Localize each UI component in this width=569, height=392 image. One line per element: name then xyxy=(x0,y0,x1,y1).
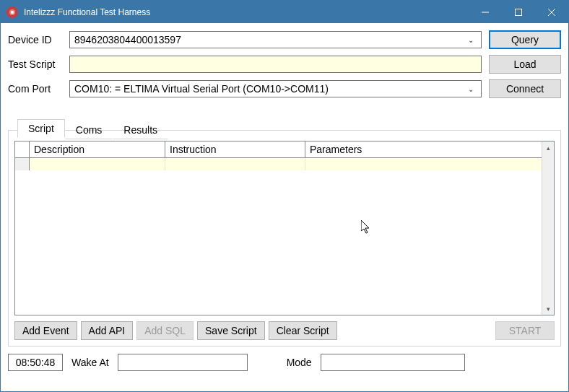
mode-label: Mode xyxy=(287,357,312,368)
svg-point-1 xyxy=(11,11,14,14)
scroll-up-icon[interactable]: ▴ xyxy=(542,141,554,154)
load-button[interactable]: Load xyxy=(489,55,561,74)
tab-coms[interactable]: Coms xyxy=(65,121,113,139)
cell-description[interactable] xyxy=(30,158,165,170)
mode-input[interactable] xyxy=(321,354,465,371)
maximize-button[interactable] xyxy=(502,1,535,23)
cell-instruction[interactable] xyxy=(165,158,305,170)
col-instruction[interactable]: Instruction xyxy=(165,141,305,157)
scroll-down-icon[interactable]: ▾ xyxy=(542,302,554,315)
clock-display: 08:50:48 xyxy=(8,354,63,371)
minimize-icon xyxy=(482,9,489,16)
maximize-icon xyxy=(515,9,522,16)
script-grid[interactable]: Description Instruction Parameters ▴ ▾ xyxy=(14,141,555,315)
com-port-combo[interactable]: COM10: = ELTIMA Virtual Serial Port (COM… xyxy=(69,80,482,97)
cell-parameters[interactable] xyxy=(305,158,554,170)
col-parameters[interactable]: Parameters xyxy=(305,141,554,157)
table-row[interactable] xyxy=(15,158,554,170)
titlebar[interactable]: Intelizzz Functional Test Harness xyxy=(1,1,568,23)
grid-corner xyxy=(15,141,30,157)
grid-header: Description Instruction Parameters xyxy=(15,141,554,158)
start-button: START xyxy=(495,321,555,340)
close-button[interactable] xyxy=(535,1,568,23)
test-script-label: Test Script xyxy=(8,58,62,70)
window-title: Intelizzz Functional Test Harness xyxy=(24,7,469,17)
device-id-label: Device ID xyxy=(8,34,62,45)
grid-body xyxy=(15,158,554,170)
col-description[interactable]: Description xyxy=(30,141,165,157)
tabs-panel: Script Coms Results Description Instruct… xyxy=(8,130,561,347)
svg-rect-3 xyxy=(516,9,522,15)
query-button[interactable]: Query xyxy=(489,30,561,49)
test-script-input[interactable] xyxy=(69,56,482,73)
save-script-button[interactable]: Save Script xyxy=(197,321,265,340)
add-event-button[interactable]: Add Event xyxy=(14,321,77,340)
device-id-combo[interactable]: 8946203804400013597 ⌄ xyxy=(69,31,482,48)
com-port-label: Com Port xyxy=(8,83,62,95)
app-icon xyxy=(6,6,18,18)
chevron-down-icon: ⌄ xyxy=(465,36,477,44)
chevron-down-icon: ⌄ xyxy=(465,85,477,93)
device-id-value: 8946203804400013597 xyxy=(74,34,181,45)
add-sql-button: Add SQL xyxy=(136,321,194,340)
tab-script[interactable]: Script xyxy=(17,119,65,138)
tab-results[interactable]: Results xyxy=(113,121,168,139)
status-bar: 08:50:48 Wake At Mode xyxy=(1,347,568,378)
clear-script-button[interactable]: Clear Script xyxy=(269,321,337,340)
scrollbar-vertical[interactable]: ▴ ▾ xyxy=(542,141,554,315)
close-icon xyxy=(548,9,555,16)
tabstrip: Script Coms Results xyxy=(14,119,555,138)
connect-button[interactable]: Connect xyxy=(489,79,561,98)
com-port-value: COM10: = ELTIMA Virtual Serial Port (COM… xyxy=(74,83,329,95)
minimize-button[interactable] xyxy=(469,1,502,23)
add-api-button[interactable]: Add API xyxy=(81,321,134,340)
row-header xyxy=(15,158,30,170)
wake-at-input[interactable] xyxy=(118,354,248,371)
wake-at-label: Wake At xyxy=(71,357,109,368)
